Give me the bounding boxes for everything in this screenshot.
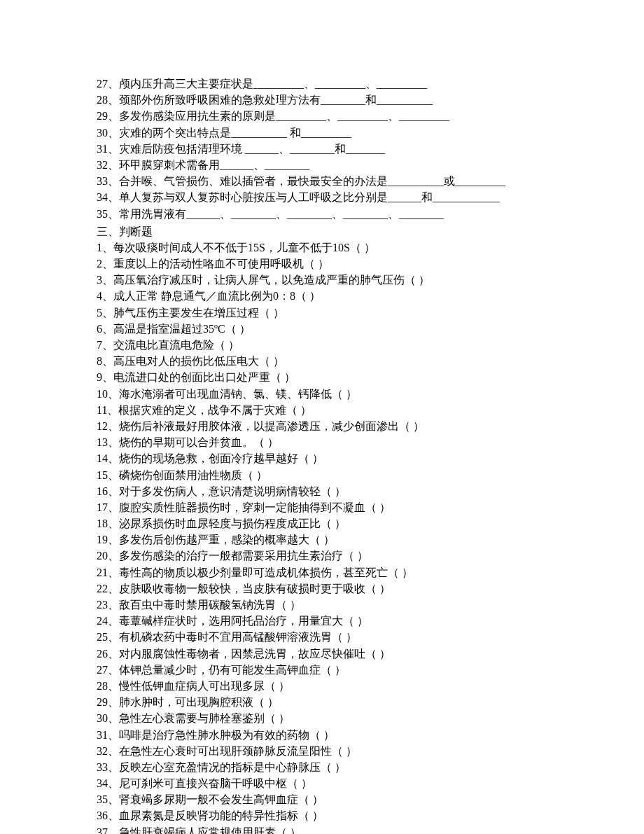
judge-q31: 31、吗啡是治疗急性肺水肿极为有效的药物（ ）: [97, 727, 595, 743]
judge-q2: 2、重度以上的活动性咯血不可使用呼吸机（ ）: [97, 256, 595, 272]
fill-in-q32: 32、环甲膜穿刺术需备用______、________: [97, 157, 595, 173]
judge-q36: 36、血尿素氮是反映肾功能的特异性指标（ ）: [97, 807, 595, 823]
judge-q1: 1、每次吸痰时间成人不不低于15S，儿童不低于10S（ ）: [97, 239, 595, 256]
judge-q14: 14、烧伤的现场急救，创面冷疗越早越好（ ）: [97, 450, 595, 466]
judge-q7: 7、交流电比直流电危险（ ）: [97, 337, 595, 353]
judge-q23: 23、敌百虫中毒时禁用碳酸氢钠洗胃（ ）: [97, 597, 595, 613]
judge-q20: 20、多发伤感染的治疗一般都需要采用抗生素治疗（ ）: [97, 548, 595, 564]
judge-q6: 6、高温是指室温超过35ºC（ ）: [97, 321, 595, 337]
judge-q26: 26、对内服腐蚀性毒物者，因禁忌洗胃，故应尽快催吐（ ）: [97, 646, 595, 662]
section-3-title: 三、判断题: [97, 223, 595, 239]
judge-q17: 17、腹腔实质性脏器损伤时，穿刺一定能抽得到不凝血（ ）: [97, 499, 595, 515]
judge-q18: 18、泌尿系损伤时血尿轻度与损伤程度成正比（ ）: [97, 515, 595, 531]
judge-q30: 30、急性左心衰需要与肺栓塞鉴别（ ）: [97, 710, 595, 726]
judge-q28: 28、慢性低钾血症病人可出现多尿（ ）: [97, 678, 595, 694]
judge-q22: 22、皮肤吸收毒物一般较快，当皮肤有破损时更于吸收（ ）: [97, 581, 595, 597]
judge-q32: 32、在急性左心衰时可出现肝颈静脉反流呈阳性（ ）: [97, 743, 595, 759]
judge-q8: 8、高压电对人的损伤比低压电大（ ）: [97, 353, 595, 369]
judge-q35: 35、肾衰竭多尿期一般不会发生高钾血症（ ）: [97, 791, 595, 807]
judge-q3: 3、高压氧治疗减压时，让病人屏气，以免造成严重的肺气压伤（ ）: [97, 272, 595, 288]
judge-q33: 33、反映左心室充盈情况的指标是中心静脉压（ ）: [97, 759, 595, 775]
judge-q29: 29、肺水肿时，可出现胸腔积液（ ）: [97, 694, 595, 710]
fill-in-q31: 31、灾难后防疫包括清理环境 ______、________和_______: [97, 141, 595, 157]
judge-q10: 10、海水淹溺者可出现血清钠、氯、镁、钙降低（ ）: [97, 386, 595, 402]
judge-q12: 12、烧伤后补液最好用胶体液，以提高渗透压，减少创面渗出（ ）: [97, 418, 595, 434]
judge-q37: 37、急性肝衰竭病人应常规使用肝素（ ）: [97, 824, 595, 834]
fill-in-q35: 35、常用洗胃液有______、________、________、______…: [97, 206, 595, 222]
judge-q15: 15、磷烧伤创面禁用油性物质（ ）: [97, 467, 595, 483]
fill-in-q30: 30、灾难的两个突出特点是__________ 和_________: [97, 125, 595, 141]
fill-in-q33: 33、合并喉、气管损伤、难以插管者，最快最安全的办法是__________或__…: [97, 173, 595, 189]
judge-q24: 24、毒蕈碱样症状时，选用阿托品治疗，用量宜大（ ）: [97, 613, 595, 629]
fill-in-q34: 34、单人复苏与双人复苏时心脏按压与人工呼吸之比分别是______和______…: [97, 189, 595, 205]
judge-q5: 5、肺气压伤主要发生在增压过程（ ）: [97, 305, 595, 321]
judge-q9: 9、电流进口处的创面比出口处严重（ ）: [97, 369, 595, 385]
fill-in-q28: 28、颈部外伤所致呼吸困难的急救处理方法有________和__________: [97, 92, 595, 108]
judge-q13: 13、烧伤的早期可以合并贫血。（ ）: [97, 434, 595, 450]
fill-in-q29: 29、多发伤感染应用抗生素的原则是_________、_________、___…: [97, 108, 595, 124]
judge-q19: 19、多发伤后创伤越严重，感染的概率越大（ ）: [97, 531, 595, 548]
fill-in-q27: 27、颅内压升高三大主要症状是_________、_________、_____…: [97, 76, 595, 92]
judge-q25: 25、有机磷农药中毒时不宜用高锰酸钾溶液洗胃（ ）: [97, 629, 595, 645]
judge-q21: 21、毒性高的物质以极少剂量即可造成机体损伤，甚至死亡（ ）: [97, 564, 595, 581]
judge-q34: 34、尼可刹米可直接兴奋脑干呼吸中枢（ ）: [97, 775, 595, 791]
judge-q11: 11、根据灾难的定义，战争不属于灾难（ ）: [97, 402, 595, 418]
judge-q4: 4、成人正常 静息通气／血流比例为0：8（ ）: [97, 288, 595, 304]
judge-q16: 16、对于多发伤病人，意识清楚说明病情较轻（ ）: [97, 483, 595, 499]
judge-q27: 27、体钾总量减少时，仍有可能发生高钾血症（ ）: [97, 662, 595, 678]
